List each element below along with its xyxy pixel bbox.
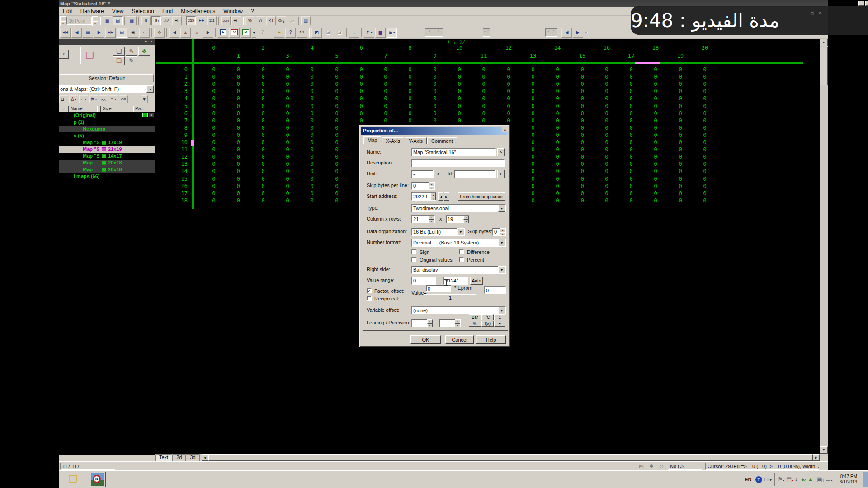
column-header[interactable]: 0	[202, 45, 226, 51]
grid-cell[interactable]: 0	[251, 146, 275, 153]
percent-view-button[interactable]: %	[245, 16, 255, 25]
spinner-icon[interactable]: ▲▼	[429, 216, 434, 223]
clock[interactable]: 8:47 PM 6/1/2019	[840, 474, 857, 485]
grid-cell[interactable]: 0	[275, 146, 300, 153]
chevron-down-icon[interactable]: ▼	[457, 228, 464, 235]
grid-cell[interactable]: 0	[300, 88, 324, 94]
unit-one-button[interactable]: 1	[494, 314, 505, 320]
grid-cell[interactable]: 0	[594, 125, 619, 131]
grid-cell[interactable]: 0	[275, 161, 300, 167]
grid-cell[interactable]: 0	[202, 74, 226, 80]
winols-task-button[interactable]: ∞	[89, 472, 106, 487]
row-header[interactable]: 2	[164, 81, 188, 87]
tray-usb-icon[interactable]: ●✓	[801, 476, 805, 483]
grid-cell[interactable]: 0	[594, 161, 619, 167]
tab-2d[interactable]: 2d	[172, 454, 186, 461]
map-row[interactable]: Map20x18	[59, 160, 155, 166]
grid-cell[interactable]: 0	[643, 197, 668, 204]
grid-cell[interactable]: 0	[643, 190, 668, 197]
grid-cell[interactable]: 0	[275, 139, 300, 145]
number-format-dropdown[interactable]: Decimal(Base 10 System) ▼	[411, 239, 506, 247]
grid-cell[interactable]: 0	[594, 176, 619, 182]
column-header[interactable]: 19	[668, 53, 693, 59]
grid-cell[interactable]: 0	[349, 66, 373, 73]
grid-cell[interactable]: 0	[226, 183, 250, 189]
column-header[interactable]: 1	[226, 53, 250, 59]
grid-cell[interactable]: 0	[349, 103, 373, 109]
grid-cell[interactable]: 0	[570, 154, 594, 160]
grid-cell[interactable]: 0	[325, 132, 349, 138]
dialog-titlebar[interactable]: Properties of...	[361, 127, 508, 135]
grid-cell[interactable]: 0	[300, 81, 324, 87]
grid-cell[interactable]: 0	[226, 95, 250, 102]
grid-cell[interactable]: 0	[693, 161, 717, 167]
grid-cell[interactable]: 0	[300, 190, 324, 197]
row-header[interactable]: 13	[164, 161, 188, 167]
grid-cell[interactable]: 0	[545, 139, 570, 145]
row-header[interactable]: 14	[164, 168, 188, 174]
grid-cell[interactable]: 0	[349, 74, 373, 80]
grid-cell[interactable]: 0	[619, 176, 643, 182]
grid-cell[interactable]: 0	[545, 88, 570, 94]
grid-cell[interactable]: 0	[643, 81, 668, 87]
map-wizard-button[interactable]: ◩	[311, 28, 322, 38]
grid-cell[interactable]: 0	[251, 125, 275, 131]
map-row[interactable]: Map "S14x17	[59, 153, 155, 160]
grid-cell[interactable]: 0	[447, 88, 472, 94]
grid-cell[interactable]: 0	[643, 66, 668, 73]
grid-cell[interactable]: 0	[275, 95, 300, 102]
tray-network-icon[interactable]: ▤×	[786, 476, 792, 483]
grid-cell[interactable]: 0	[373, 66, 398, 73]
point-size-up-spinner[interactable]: ▲▼	[92, 16, 98, 25]
grid-cell[interactable]: 0	[423, 117, 447, 124]
gem-button[interactable]: ❖	[138, 47, 150, 56]
grid-cell[interactable]: 0	[423, 88, 447, 94]
grid-cell[interactable]: 0	[447, 110, 472, 117]
grid-cell[interactable]: 0	[693, 154, 717, 160]
grid-cell[interactable]: 0	[643, 74, 668, 80]
grid-cell[interactable]: 0	[472, 66, 496, 73]
row-header[interactable]: 15	[164, 176, 188, 182]
grid-cell[interactable]: 0	[398, 95, 422, 102]
grid-cell[interactable]: 0	[693, 66, 717, 73]
grid-cell[interactable]: 0	[545, 190, 570, 197]
grid-cell[interactable]: 0	[325, 161, 349, 167]
unit-percent-button[interactable]: %	[469, 321, 481, 327]
sign-checkbox[interactable]	[411, 249, 416, 254]
grid-cell[interactable]: 0	[226, 117, 250, 124]
difference-view-button[interactable]: Δ	[256, 16, 265, 25]
grid-cell[interactable]: 0	[251, 176, 275, 182]
column-header[interactable]: 4	[300, 45, 324, 51]
grid-cell[interactable]: 0	[202, 95, 226, 102]
column-header[interactable]: 15	[570, 53, 594, 59]
grid-cell[interactable]: 0	[325, 176, 349, 182]
vertical-scroll-thumb[interactable]	[820, 47, 828, 85]
grid-cell[interactable]: 0	[594, 81, 619, 87]
grid-cell[interactable]: 0	[643, 146, 668, 153]
grid-cell[interactable]: 0	[325, 197, 349, 204]
grid-cell[interactable]: 0	[300, 132, 324, 138]
grid-cell[interactable]: 0	[275, 74, 300, 80]
list-layout-button[interactable]: ▤	[113, 16, 123, 25]
grid-cell[interactable]: 0	[423, 66, 447, 73]
grid-cell[interactable]: 0	[423, 74, 447, 80]
grid-cell[interactable]: 0	[570, 81, 594, 87]
sign-toggle-button[interactable]: +/-	[231, 16, 241, 25]
grid-cell[interactable]: 0	[570, 161, 594, 167]
display-mode-dropdown[interactable]: ▾	[252, 28, 256, 38]
status-filter-icon[interactable]: ⋈	[639, 463, 644, 469]
grid-cell[interactable]: 0	[325, 95, 349, 102]
versions-maps-dropdown[interactable]: ons & Maps: (Ctrl+Shift+F) ▼	[59, 85, 154, 93]
grid-cell[interactable]: 0	[275, 168, 300, 174]
grid-cell[interactable]: 0	[202, 161, 226, 167]
grid-cell[interactable]: 0	[447, 81, 472, 87]
prev-map-button[interactable]: ◀	[71, 28, 82, 38]
grid-cell[interactable]: 0	[300, 139, 324, 145]
chevron-down-icon[interactable]: ▼	[498, 239, 505, 246]
grid-cell[interactable]: 0	[325, 81, 349, 87]
grid-cell[interactable]: 0	[668, 117, 693, 124]
grid-cell[interactable]: 0	[619, 168, 643, 174]
help-button[interactable]: ?	[285, 28, 296, 38]
unit-more-dropdown[interactable]: ▼	[494, 321, 505, 327]
restore-icon[interactable]: □	[865, 1, 868, 6]
